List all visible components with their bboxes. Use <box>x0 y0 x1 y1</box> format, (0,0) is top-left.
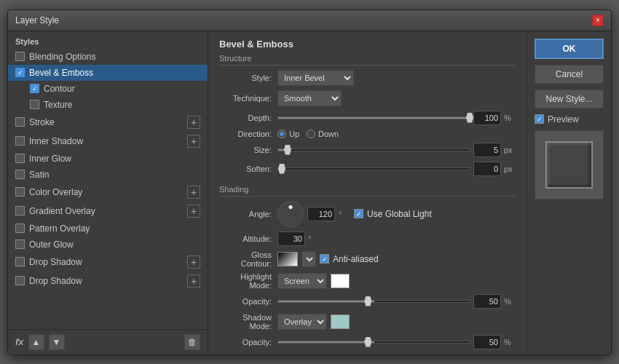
checkbox-gradient-overlay[interactable] <box>15 206 25 215</box>
global-light-checkbox[interactable]: ✓ <box>354 209 363 218</box>
highlight-mode-row: Highlight Mode: Screen Normal Multiply <box>219 272 516 290</box>
soften-slider[interactable] <box>277 167 470 170</box>
add-gradient-overlay[interactable]: + <box>187 205 200 218</box>
highlight-mode-select[interactable]: Screen Normal Multiply <box>277 273 327 289</box>
shadow-opacity-slider[interactable] <box>277 341 470 344</box>
direction-row: Direction: Up Down <box>219 130 516 138</box>
checkbox-inner-glow[interactable] <box>15 154 25 163</box>
close-button[interactable]: × <box>592 15 604 26</box>
new-style-button[interactable]: New Style... <box>535 90 604 108</box>
structure-subtitle: Structure <box>219 54 516 66</box>
checkbox-stroke[interactable] <box>15 117 25 127</box>
depth-input[interactable] <box>473 111 501 125</box>
anti-aliased-checkbox[interactable]: ✓ <box>320 254 329 264</box>
angle-control-area: ° ✓ Use Global Light <box>277 201 516 227</box>
highlight-opacity-slider[interactable] <box>277 300 470 303</box>
checkbox-contour[interactable] <box>30 84 39 93</box>
styles-header: Styles <box>8 31 208 49</box>
size-input[interactable] <box>473 143 501 157</box>
soften-input[interactable] <box>473 162 501 176</box>
shadow-mode-select[interactable]: Overlay Normal Multiply <box>277 314 327 330</box>
sidebar-item-blending[interactable]: Blending Options <box>8 49 208 65</box>
shadow-opacity-label: Opacity: <box>219 338 277 347</box>
direction-down-radio[interactable] <box>307 130 315 138</box>
sidebar-item-drop-shadow-1[interactable]: Drop Shadow+ <box>8 253 208 272</box>
gloss-select[interactable] <box>301 251 316 267</box>
size-control: px <box>277 143 516 157</box>
technique-select[interactable]: Smooth Chisel Hard Chisel Soft <box>277 90 342 106</box>
direction-up-radio[interactable] <box>277 130 286 138</box>
depth-control: % <box>277 111 516 125</box>
sidebar-item-bevel[interactable]: Bevel & Emboss <box>8 65 208 81</box>
style-select[interactable]: Inner Bevel Outer Bevel Emboss Pillow Em… <box>277 70 354 86</box>
checkbox-bevel[interactable] <box>15 68 25 77</box>
add-color-overlay[interactable]: + <box>187 186 200 199</box>
label-color-overlay: Color Overlay <box>29 187 187 197</box>
angle-indicator <box>289 205 293 209</box>
sidebar-item-drop-shadow-2[interactable]: Drop Shadow+ <box>8 272 208 290</box>
label-contour: Contour <box>44 84 200 94</box>
add-stroke[interactable]: + <box>187 116 200 129</box>
add-inner-shadow[interactable]: + <box>187 135 200 148</box>
delete-button[interactable]: 🗑 <box>184 334 200 350</box>
checkbox-blending[interactable] <box>15 52 25 61</box>
soften-row: Soften: px <box>219 162 516 176</box>
angle-input[interactable] <box>307 207 335 221</box>
sidebar-item-gradient-overlay[interactable]: Gradient Overlay+ <box>8 202 208 221</box>
checkbox-texture[interactable] <box>30 100 39 109</box>
move-up-button[interactable]: ▲ <box>28 334 44 350</box>
size-slider[interactable] <box>277 149 470 151</box>
style-label: Style: <box>219 74 277 82</box>
label-blending: Blending Options <box>29 52 200 62</box>
highlight-color-swatch[interactable] <box>331 274 350 288</box>
checkbox-pattern-overlay[interactable] <box>15 223 25 233</box>
shading-section: Shading Angle: ° ✓ Use Global Light <box>219 185 516 355</box>
gloss-contour-swatch[interactable] <box>277 252 298 266</box>
add-drop-shadow-2[interactable]: + <box>187 274 200 288</box>
highlight-opacity-input[interactable] <box>473 294 501 309</box>
checkbox-drop-shadow-1[interactable] <box>15 257 25 266</box>
anti-aliased-row: ✓ Anti-aliased <box>320 254 379 264</box>
style-row: Style: Inner Bevel Outer Bevel Emboss Pi… <box>219 70 516 86</box>
sidebar-item-texture[interactable]: Texture <box>8 97 208 113</box>
direction-control: Up Down <box>277 130 516 138</box>
sidebar-item-contour[interactable]: Contour <box>8 81 208 97</box>
sidebar-item-satin[interactable]: Satin <box>8 167 208 183</box>
label-satin: Satin <box>29 170 200 180</box>
layer-style-dialog: Layer Style × Styles Blending OptionsBev… <box>7 9 612 355</box>
checkbox-inner-shadow[interactable] <box>15 136 25 146</box>
cancel-button[interactable]: Cancel <box>535 65 604 84</box>
sidebar-item-inner-shadow[interactable]: Inner Shadow+ <box>8 132 208 151</box>
altitude-input[interactable] <box>277 232 305 246</box>
angle-wheel[interactable] <box>277 201 304 227</box>
sidebar-item-color-overlay[interactable]: Color Overlay+ <box>8 183 208 202</box>
altitude-label: Altitude: <box>219 234 277 243</box>
sidebar-item-outer-glow[interactable]: Outer Glow <box>8 237 208 253</box>
label-bevel: Bevel & Emboss <box>29 68 200 78</box>
shadow-opacity-row: Opacity: % <box>219 335 516 349</box>
direction-up-option[interactable]: Up <box>277 130 299 138</box>
size-unit: px <box>504 146 516 154</box>
add-drop-shadow-1[interactable]: + <box>187 256 200 269</box>
sidebar-item-inner-glow[interactable]: Inner Glow <box>8 151 208 167</box>
checkbox-outer-glow[interactable] <box>15 240 25 249</box>
checkbox-drop-shadow-2[interactable] <box>15 276 25 285</box>
ok-button[interactable]: OK <box>535 39 604 59</box>
preview-checkbox[interactable] <box>535 114 544 124</box>
sidebar-item-pattern-overlay[interactable]: Pattern Overlay <box>8 221 208 237</box>
depth-slider[interactable] <box>277 116 470 119</box>
label-pattern-overlay: Pattern Overlay <box>29 223 200 234</box>
move-down-button[interactable]: ▼ <box>49 334 65 350</box>
checkbox-satin[interactable] <box>15 170 25 179</box>
middle-panel: Bevel & Emboss Structure Style: Inner Be… <box>208 31 527 355</box>
angle-unit: ° <box>339 210 350 218</box>
shadow-opacity-input[interactable] <box>473 335 501 349</box>
altitude-unit: ° <box>308 234 320 243</box>
shadow-color-swatch[interactable] <box>331 314 350 329</box>
sidebar-item-stroke[interactable]: Stroke+ <box>8 113 208 132</box>
highlight-opacity-unit: % <box>504 297 516 306</box>
direction-down-option[interactable]: Down <box>307 130 339 138</box>
technique-row: Technique: Smooth Chisel Hard Chisel Sof… <box>219 90 516 106</box>
preview-label-text: Preview <box>548 114 579 124</box>
checkbox-color-overlay[interactable] <box>15 187 25 197</box>
